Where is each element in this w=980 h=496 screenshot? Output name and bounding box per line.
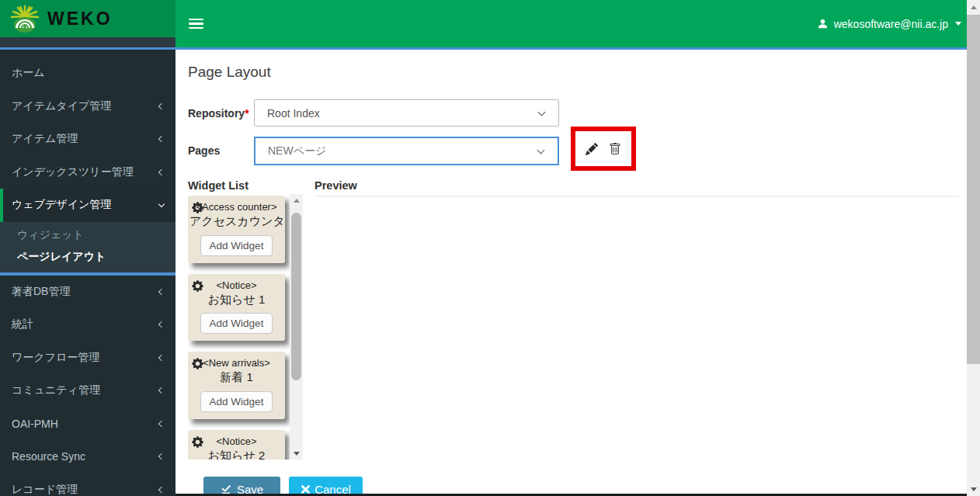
weko-logo-icon [9,4,40,33]
preview-heading: Preview [315,179,357,192]
brand-logo[interactable]: WEKO [0,0,175,37]
page-scrollbar-thumb[interactable] [967,15,980,364]
webdesign-submenu: ウィジェット ページレイアウト [0,222,175,272]
widget-name-label: お知らせ 1 [189,292,283,307]
widget-type-label: <Access counter> [189,201,283,213]
sidebar-toggle-icon[interactable] [189,16,203,32]
main-content: Page Layout Repository* Root Index Pages… [175,50,967,496]
chevron-left-icon [158,453,165,460]
chevron-left-icon [158,387,165,394]
chevron-left-icon [158,487,165,493]
chevron-left-icon [158,136,165,142]
preview-area [315,197,959,453]
top-navbar: wekosoftware@nii.ac.jp [175,0,980,47]
required-mark: * [245,107,248,120]
sidebar-item-resourcesync[interactable]: Resource Sync [0,440,175,473]
gear-icon[interactable] [192,436,203,448]
widget-card[interactable]: <New arrivals> 新着 1 Add Widget [188,352,285,419]
widget-card[interactable]: <Access counter> アクセスカウンタ Add Widget [188,196,285,263]
weko-admin-window: WEKO wekosoftware@nii.ac.jp ホーム アイテムタイプ管… [0,0,980,496]
edit-page-button[interactable] [586,143,598,155]
widget-card[interactable]: <Notice> お知らせ 2 Add Widget [188,430,285,460]
scroll-down-icon[interactable] [967,483,980,495]
highlight-box [571,127,636,171]
sidebar-item-widget[interactable]: ウィジェット [0,224,175,246]
sidebar-item-page-layout[interactable]: ページレイアウト [0,246,175,268]
user-icon [817,18,829,29]
scroll-up-icon[interactable] [290,194,303,206]
repository-selected-value: Root Index [255,107,539,120]
user-menu[interactable]: wekosoftware@nii.ac.jp [817,18,961,30]
chevron-left-icon [158,103,165,109]
widget-card[interactable]: <Notice> お知らせ 1 Add Widget [188,274,285,342]
sidebar: ホーム アイテムタイプ管理 アイテム管理 インデックスツリー管理 ウェブデザイン… [0,37,175,496]
page-title: Page Layout [188,64,271,81]
header-accent-line [0,47,967,50]
add-widget-button[interactable]: Add Widget [200,235,273,256]
widget-name-label: お知らせ 2 [189,448,283,460]
sidebar-item-workflow[interactable]: ワークフロー管理 [0,342,175,375]
user-email: wekosoftware@nii.ac.jp [834,18,948,30]
sidebar-item-authordb[interactable]: 著者DB管理 [0,276,175,309]
chevron-left-icon [158,421,165,427]
pages-label: Pages [188,144,220,157]
add-widget-button[interactable]: Add Widget [200,313,273,334]
widget-list-heading: Widget List [188,179,248,192]
cancel-x-icon [301,484,311,494]
page-scrollbar[interactable] [967,0,980,496]
widget-type-label: <Notice> [189,435,283,448]
sidebar-item-items[interactable]: アイテム管理 [0,123,175,156]
gear-icon[interactable] [192,358,203,369]
sidebar-item-indextree[interactable]: インデックスツリー管理 [0,156,175,189]
chevron-down-icon [158,201,165,207]
repository-label: Repository* [188,107,249,120]
trash-icon [609,143,621,155]
sidebar-menu-lower: 著者DB管理 統計 ワークフロー管理 コミュニティ管理 OAI-PMH Reso… [0,276,175,496]
sidebar-item-oaipmh[interactable]: OAI-PMH [0,408,175,441]
add-widget-button[interactable]: Add Widget [200,391,273,412]
widget-scrollbar-thumb[interactable] [291,213,301,380]
widget-name-label: 新着 1 [189,369,283,385]
chevron-down-icon [955,22,961,26]
widget-list-scrollbar[interactable] [290,194,303,460]
delete-page-button[interactable] [609,143,621,155]
pages-selected-value: NEWページ [255,144,538,158]
chevron-down-icon [538,108,546,116]
repository-select[interactable]: Root Index [254,99,559,127]
widget-name-label: アクセスカウンタ [189,213,283,229]
widget-type-label: <New arrivals> [189,357,283,369]
sidebar-item-home[interactable]: ホーム [0,57,175,90]
chevron-left-icon [158,169,165,175]
chevron-down-icon [537,146,545,154]
chevron-left-icon [158,289,165,295]
widget-list-panel: <Access counter> アクセスカウンタ Add Widget <No… [188,194,303,460]
brand-name: WEKO [47,9,113,29]
chevron-left-icon [158,321,165,328]
scroll-down-icon[interactable] [290,447,303,460]
gear-icon[interactable] [192,280,203,292]
pencil-icon [586,143,598,155]
pages-select[interactable]: NEWページ [254,137,559,165]
sidebar-item-webdesign[interactable]: ウェブデザイン管理 [0,189,175,222]
sidebar-item-community[interactable]: コミュニティ管理 [0,374,175,408]
sidebar-top-strip [0,37,175,47]
sidebar-item-stats[interactable]: 統計 [0,308,175,342]
chevron-left-icon [158,355,165,361]
gear-icon[interactable] [192,202,203,213]
scroll-up-icon[interactable] [967,1,980,13]
sidebar-item-records[interactable]: レコード管理 [0,473,175,496]
save-check-icon [221,484,231,494]
widget-type-label: <Notice> [189,279,283,292]
sidebar-menu: ホーム アイテムタイプ管理 アイテム管理 インデックスツリー管理 ウェブデザイン… [0,50,175,222]
sidebar-item-itemtypes[interactable]: アイテムタイプ管理 [0,90,175,123]
